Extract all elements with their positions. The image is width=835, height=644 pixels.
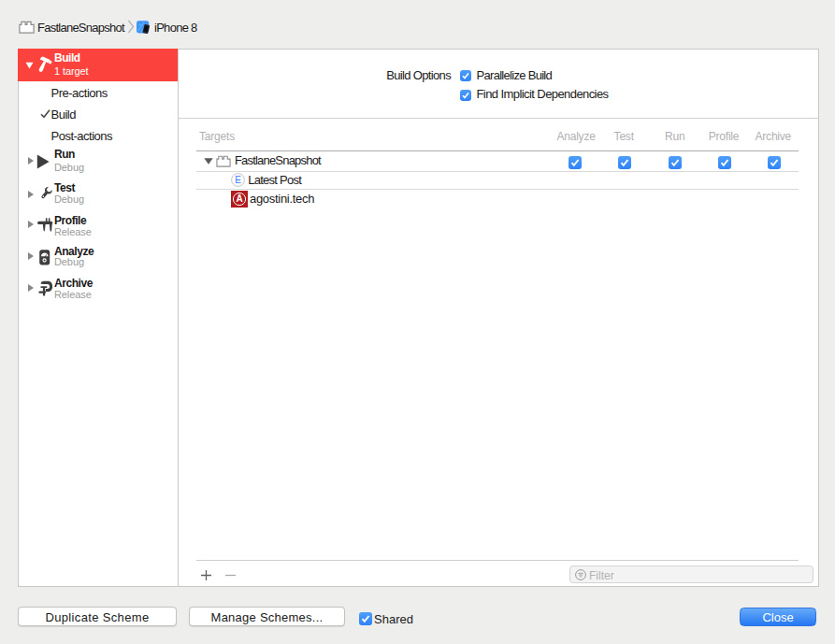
svg-text:E: E	[235, 175, 241, 185]
svg-text:A: A	[236, 193, 242, 204]
